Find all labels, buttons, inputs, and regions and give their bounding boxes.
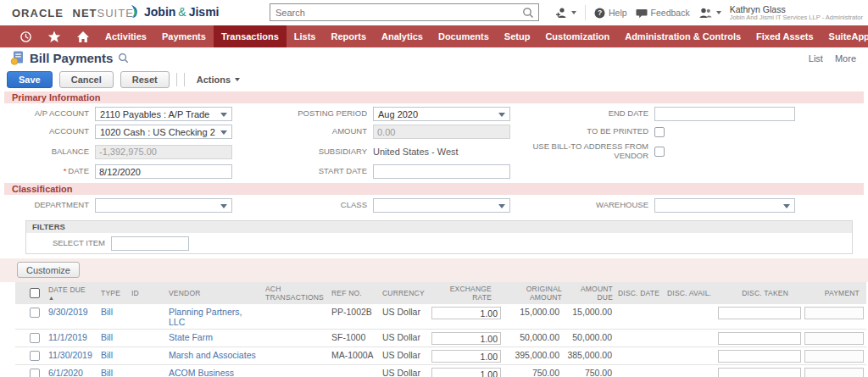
- exchange-rate-input[interactable]: [431, 350, 501, 363]
- nav-documents[interactable]: Documents: [431, 25, 497, 47]
- type-link[interactable]: Bill: [101, 307, 113, 317]
- date-due-link[interactable]: 11/30/2019: [48, 350, 92, 360]
- vendor-link[interactable]: State Farm: [169, 332, 213, 342]
- disc-taken-input[interactable]: [718, 368, 801, 377]
- department-select[interactable]: [95, 198, 232, 213]
- shortcuts-star-icon[interactable]: [40, 25, 69, 47]
- col-disc-date[interactable]: DISC. DATE: [615, 282, 665, 304]
- amount-label: AMOUNT: [232, 127, 373, 136]
- help-menu[interactable]: ? Help: [594, 8, 627, 19]
- recent-records-icon[interactable]: [12, 25, 40, 47]
- original-amount-cell: 395,000.00: [515, 350, 559, 360]
- nav-setup[interactable]: Setup: [497, 25, 538, 47]
- disc-taken-input[interactable]: [718, 350, 801, 363]
- exchange-rate-input[interactable]: [431, 332, 501, 345]
- reset-button[interactable]: Reset: [120, 71, 170, 88]
- user-icon: [698, 7, 713, 19]
- currency-cell: US Dollar: [382, 332, 420, 342]
- col-original-amount[interactable]: ORIGINAL AMOUNT: [504, 282, 565, 304]
- col-payment[interactable]: PAYMENT: [802, 282, 866, 304]
- oracle-wordmark: ORACLE: [12, 7, 64, 19]
- date-due-link[interactable]: 6/1/2020: [48, 368, 83, 377]
- home-icon[interactable]: [69, 25, 97, 47]
- create-new-menu[interactable]: [555, 7, 576, 19]
- col-id[interactable]: ID: [129, 282, 166, 304]
- select-all-checkbox[interactable]: [30, 288, 40, 298]
- select-item-input[interactable]: [111, 236, 189, 251]
- row-checkbox[interactable]: [30, 308, 40, 318]
- exchange-rate-input[interactable]: [431, 307, 501, 319]
- balance-input: [95, 145, 232, 159]
- to-be-printed-checkbox[interactable]: [654, 127, 665, 137]
- col-currency[interactable]: CURRENCY: [380, 282, 429, 304]
- save-button[interactable]: Save: [7, 71, 53, 88]
- ap-account-select[interactable]: 2110 Payables : A/P Trade: [95, 107, 232, 121]
- nav-reports[interactable]: Reports: [323, 25, 374, 47]
- classification-header: Classification: [4, 183, 864, 195]
- payment-input[interactable]: [804, 368, 864, 377]
- date-input[interactable]: [95, 164, 232, 179]
- payment-input[interactable]: [804, 307, 864, 319]
- col-type[interactable]: TYPE: [98, 282, 129, 304]
- user-menu[interactable]: [698, 7, 721, 19]
- col-vendor[interactable]: VENDOR: [166, 282, 263, 304]
- type-link[interactable]: Bill: [101, 368, 113, 377]
- customize-strip: Customize: [0, 258, 868, 282]
- class-select[interactable]: [373, 198, 510, 213]
- vendor-link[interactable]: Marsh and Associates: [169, 350, 256, 360]
- col-exchange-rate[interactable]: EXCHANGE RATE: [429, 282, 504, 304]
- end-date-input[interactable]: [654, 107, 795, 121]
- nav-fixed-assets[interactable]: Fixed Assets: [748, 25, 821, 47]
- account-select[interactable]: 1020 Cash : US Checking 2: [95, 125, 232, 139]
- row-checkbox[interactable]: [30, 333, 40, 343]
- date-due-link[interactable]: 9/30/2019: [48, 307, 88, 317]
- list-link[interactable]: List: [809, 53, 823, 64]
- original-amount-cell: 750.00: [532, 368, 559, 377]
- customize-button[interactable]: Customize: [17, 262, 80, 278]
- top-bar: ORACLE NETSUITE Jobin&Jismi ? Help: [0, 0, 868, 25]
- chevron-down-icon: [235, 78, 240, 81]
- nav-administration-controls[interactable]: Administration & Controls: [617, 25, 748, 47]
- col-ach-transactions[interactable]: ACH TRANSACTIONS: [263, 282, 329, 304]
- title-search-icon[interactable]: [118, 53, 129, 64]
- nav-transactions[interactable]: Transactions: [214, 25, 287, 47]
- type-link[interactable]: Bill: [101, 350, 113, 360]
- row-checkbox[interactable]: [30, 351, 40, 361]
- col-date-due[interactable]: DATE DUE▲: [46, 282, 98, 304]
- use-bill-to-checkbox[interactable]: [654, 147, 665, 157]
- nav-activities[interactable]: Activities: [97, 25, 154, 47]
- vendor-link[interactable]: ACOM Business Solutions: [169, 368, 234, 377]
- date-due-link[interactable]: 11/1/2019: [48, 332, 87, 342]
- cancel-button[interactable]: Cancel: [59, 71, 114, 88]
- col-disc-taken[interactable]: DISC. TAKEN: [715, 282, 802, 304]
- balance-label: BALANCE: [0, 147, 95, 157]
- nav-analytics[interactable]: Analytics: [374, 25, 431, 47]
- nav-customization[interactable]: Customization: [537, 25, 617, 47]
- col-ref-no[interactable]: REF NO.: [329, 282, 380, 304]
- payment-input[interactable]: [804, 350, 864, 363]
- more-link[interactable]: More: [835, 53, 856, 64]
- posting-period-select[interactable]: Aug 2020: [373, 107, 510, 121]
- row-checkbox[interactable]: [30, 369, 40, 377]
- col-disc-avail[interactable]: DISC. AVAIL.: [665, 282, 715, 304]
- actions-menu[interactable]: Actions: [197, 75, 240, 85]
- col-amount-due[interactable]: AMOUNT DUE: [565, 282, 615, 304]
- type-link[interactable]: Bill: [101, 332, 113, 342]
- disc-taken-input[interactable]: [718, 332, 801, 345]
- feedback-menu[interactable]: Feedback: [636, 8, 690, 19]
- bill-payments-icon: [10, 51, 25, 65]
- ap-account-label: A/P ACCOUNT: [0, 109, 95, 119]
- disc-taken-input[interactable]: [718, 307, 801, 319]
- global-search-input[interactable]: [270, 8, 522, 18]
- nav-lists[interactable]: Lists: [287, 25, 324, 47]
- warehouse-select[interactable]: [654, 198, 795, 213]
- nav-payments[interactable]: Payments: [154, 25, 214, 47]
- start-date-input[interactable]: [373, 164, 510, 179]
- user-info[interactable]: Kathryn Glass Jobin And Jismi IT Service…: [730, 4, 863, 22]
- payment-input[interactable]: [804, 332, 864, 345]
- search-icon[interactable]: [522, 7, 534, 19]
- ref-no-cell: PP-1002B: [331, 307, 372, 317]
- vendor-link[interactable]: Planning Partners, LLC: [169, 307, 242, 327]
- exchange-rate-input[interactable]: [431, 368, 501, 377]
- nav-suiteapps[interactable]: SuiteApps: [821, 25, 868, 47]
